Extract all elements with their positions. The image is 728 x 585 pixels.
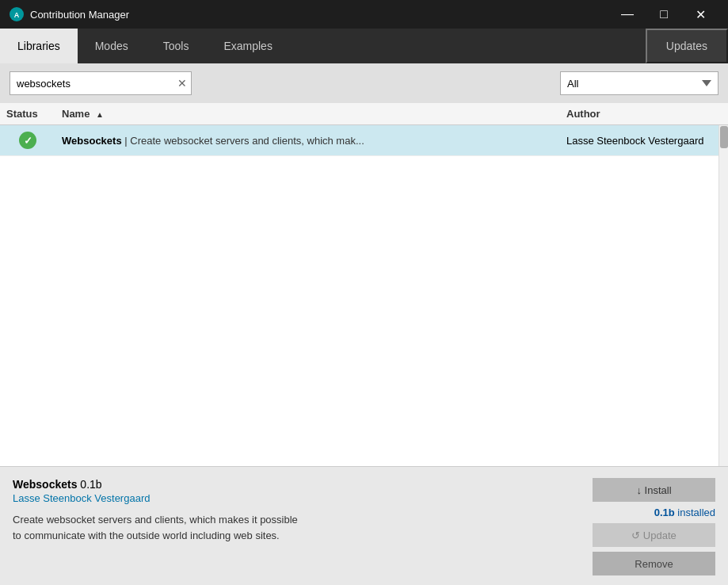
detail-actions: ↓ Install 0.1b installed ↺ Update Remove — [589, 478, 715, 575]
td-name: Websockets | Create websocket servers an… — [55, 125, 560, 155]
detail-author[interactable]: Lasse Steenbock Vestergaard — [13, 492, 573, 504]
minimize-button[interactable]: — — [609, 0, 646, 29]
th-name[interactable]: Name ▲ — [55, 103, 560, 124]
search-clear-button[interactable]: ✕ — [177, 78, 187, 89]
lib-desc: | Create websocket servers and clients, … — [124, 135, 364, 147]
lib-name: Websockets — [62, 135, 122, 147]
search-input-wrapper: ✕ — [10, 71, 192, 95]
th-author[interactable]: Author — [560, 103, 718, 124]
table-row[interactable]: ✓ Websockets | Create websocket servers … — [0, 125, 728, 156]
table-body: ✓ Websockets | Create websocket servers … — [0, 125, 728, 466]
installed-label: 0.1b installed — [654, 507, 715, 518]
detail-title: Websockets 0.1b — [13, 478, 573, 491]
window-title: Contribution Manager — [30, 9, 609, 21]
tab-libraries[interactable]: Libraries — [0, 29, 78, 63]
th-scroll-spacer — [718, 103, 728, 124]
close-button[interactable]: ✕ — [682, 0, 718, 29]
detail-panel: Websockets 0.1b Lasse Steenbock Vesterga… — [0, 466, 728, 585]
main-content: ✕ All Installed Not Installed Updates Av… — [0, 63, 728, 585]
sort-arrow-name: ▲ — [96, 110, 104, 119]
maximize-button[interactable]: □ — [646, 0, 682, 29]
detail-version-val: 0.1b — [80, 478, 101, 491]
install-button[interactable]: ↓ Install — [593, 478, 715, 502]
td-author: Lasse Steenbock Vestergaard — [560, 125, 718, 155]
td-status: ✓ — [0, 125, 55, 155]
installed-icon: ✓ — [19, 132, 36, 149]
tab-tools[interactable]: Tools — [146, 29, 207, 63]
th-status[interactable]: Status — [0, 103, 55, 124]
window-controls: — □ ✕ — [609, 0, 718, 29]
detail-name: Websockets — [13, 478, 77, 491]
installed-version: 0.1b — [654, 507, 675, 518]
tab-spacer — [290, 29, 646, 63]
tab-modes[interactable]: Modes — [78, 29, 146, 63]
library-table: Status Name ▲ Author ✓ Websockets | Crea… — [0, 103, 728, 466]
app-icon: A — [10, 7, 24, 21]
search-bar: ✕ All Installed Not Installed Updates Av… — [0, 63, 728, 103]
detail-desc-line2: to communicate with the outside world in… — [13, 528, 573, 544]
scroll-rail[interactable] — [718, 125, 728, 466]
tab-updates[interactable]: Updates — [646, 29, 728, 63]
tab-examples[interactable]: Examples — [206, 29, 289, 63]
lib-author: Lasse Steenbock Vestergaard — [566, 135, 703, 147]
filter-select[interactable]: All Installed Not Installed Updates Avai… — [560, 71, 718, 95]
detail-info: Websockets 0.1b Lasse Steenbock Vesterga… — [13, 478, 573, 575]
tabs-bar: Libraries Modes Tools Examples Updates — [0, 29, 728, 63]
svg-text:A: A — [14, 11, 20, 19]
detail-desc-line1: Create websocket servers and clients, wh… — [13, 512, 573, 528]
scroll-thumb[interactable] — [720, 126, 728, 148]
table-header: Status Name ▲ Author — [0, 103, 728, 125]
remove-button[interactable]: Remove — [593, 552, 715, 575]
search-input[interactable] — [10, 71, 192, 95]
update-button[interactable]: ↺ Update — [593, 523, 715, 547]
title-bar: A Contribution Manager — □ ✕ — [0, 0, 728, 29]
